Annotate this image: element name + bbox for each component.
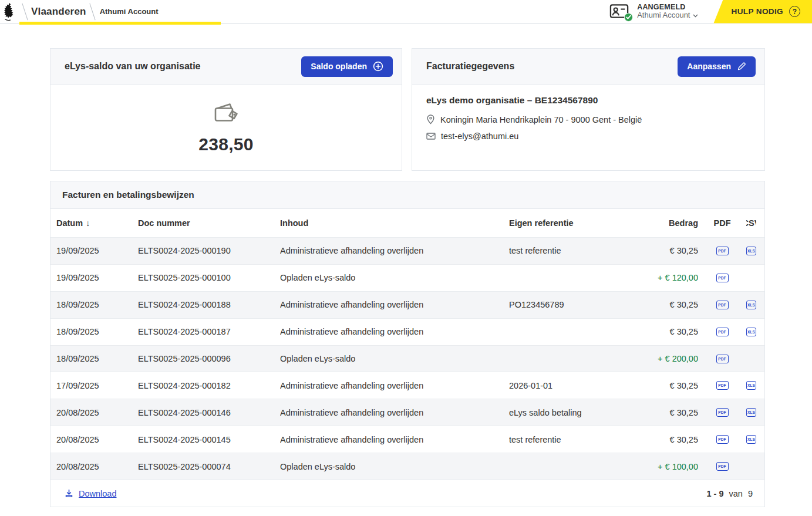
- header-right: AANGEMELD Athumi Account HULP NODIG ?: [609, 0, 812, 23]
- pagination-range: 1 - 9: [707, 489, 724, 498]
- cell-doc-number: ELTS0024-2025-000188: [138, 300, 280, 309]
- cell-description: Administratieve afhandeling overlijden: [280, 327, 509, 336]
- cell-doc-number: ELTS0024-2025-000182: [138, 381, 280, 390]
- sort-descending-icon: ↓: [86, 218, 90, 228]
- account-name: Athumi Account: [637, 11, 690, 20]
- table-row: 20/08/2025 ELTS0024-2025-000146 Administ…: [50, 399, 764, 426]
- column-header-eigen-referentie: Eigen referentie: [509, 218, 626, 228]
- table-row: 19/09/2025 ELTS0024-2025-000190 Administ…: [50, 237, 764, 264]
- brand-group: Vlaanderen Athumi Account: [2, 0, 159, 23]
- xls-download-icon[interactable]: XLS: [746, 247, 756, 255]
- organisation-address: Koningin Maria Hendrikaplein 70 - 9000 G…: [440, 115, 642, 124]
- download-link[interactable]: Download: [65, 489, 117, 498]
- column-header-doc-nummer: Doc nummer: [138, 218, 280, 228]
- flemish-lion-logo-icon[interactable]: [2, 2, 19, 23]
- table-row: 17/09/2025 ELTS0024-2025-000182 Administ…: [50, 372, 764, 399]
- main-content: eLys-saldo van uw organisatie Saldo opla…: [50, 48, 765, 507]
- cell-description: Opladen eLys-saldo: [280, 273, 509, 282]
- cell-date: 18/09/2025: [56, 300, 138, 309]
- cell-doc-number: ELTS0024-2025-000145: [138, 435, 280, 444]
- pdf-download-icon[interactable]: PDF: [716, 247, 729, 255]
- cell-date: 19/09/2025: [56, 246, 138, 255]
- cell-description: Administratieve afhandeling overlijden: [280, 408, 509, 417]
- pdf-download-icon[interactable]: PDF: [716, 328, 729, 336]
- pdf-download-icon[interactable]: PDF: [716, 355, 729, 363]
- table-row: 18/09/2025 ELTS0025-2025-000096 Opladen …: [50, 345, 764, 372]
- help-button-label: HULP NODIG: [731, 7, 783, 16]
- cell-date: 18/09/2025: [56, 327, 138, 336]
- pdf-download-icon[interactable]: PDF: [716, 381, 729, 390]
- balance-card-title: eLys-saldo van uw organisatie: [65, 61, 200, 72]
- edit-billing-button[interactable]: Aanpassen: [678, 56, 756, 77]
- cell-doc-number: ELTS0025-2025-000074: [138, 462, 280, 471]
- cell-date: 20/08/2025: [56, 462, 138, 471]
- cell-doc-number: ELTS0024-2025-000190: [138, 246, 280, 255]
- pagination-of-label: van: [729, 489, 743, 498]
- cell-amount: € 30,25: [626, 327, 698, 336]
- column-header-csv: CSV: [746, 218, 756, 228]
- cell-doc-number: ELTS0024-2025-000187: [138, 327, 280, 336]
- cell-doc-number: ELTS0025-2025-000096: [138, 354, 280, 363]
- column-header-pdf: PDF: [698, 218, 746, 228]
- cell-description: Opladen eLys-saldo: [280, 462, 509, 471]
- cell-description: Administratieve afhandeling overlijden: [280, 300, 509, 309]
- question-circle-icon: ?: [789, 6, 800, 17]
- cell-description: Administratieve afhandeling overlijden: [280, 246, 509, 255]
- cell-reference: 2026-01-01: [509, 381, 626, 390]
- cell-reference: eLys saldo betaling: [509, 408, 626, 417]
- table-row: 20/08/2025 ELTS0024-2025-000145 Administ…: [50, 426, 764, 453]
- table-row: 20/08/2025 ELTS0025-2025-000074 Opladen …: [50, 453, 764, 480]
- column-header-datum[interactable]: Datum↓: [56, 218, 138, 228]
- wallet-icon: [213, 101, 240, 127]
- cell-doc-number: ELTS0024-2025-000146: [138, 408, 280, 417]
- pdf-download-icon[interactable]: PDF: [716, 435, 729, 444]
- billing-card-title: Facturatiegegevens: [426, 61, 514, 72]
- column-header-inhoud: Inhoud: [280, 218, 509, 228]
- cell-amount: + € 100,00: [626, 462, 698, 471]
- pagination-total: 9: [748, 489, 753, 498]
- brand-link[interactable]: Vlaanderen: [31, 6, 86, 18]
- cell-doc-number: ELTS0025-2025-000100: [138, 273, 280, 282]
- xls-download-icon[interactable]: XLS: [746, 435, 756, 444]
- account-menu[interactable]: AANGEMELD Athumi Account: [609, 3, 698, 21]
- pencil-icon: [737, 62, 746, 71]
- organisation-name: eLys demo organisatie – BE1234567890: [426, 95, 750, 106]
- cell-amount: € 30,25: [626, 300, 698, 309]
- cell-amount: + € 200,00: [626, 354, 698, 363]
- pdf-download-icon[interactable]: PDF: [716, 301, 729, 309]
- cell-reference: test referentie: [509, 435, 626, 444]
- xls-download-icon[interactable]: XLS: [746, 381, 756, 390]
- edit-button-label: Aanpassen: [687, 62, 731, 71]
- download-label: Download: [79, 489, 117, 498]
- pdf-download-icon[interactable]: PDF: [716, 408, 729, 417]
- xls-download-icon[interactable]: XLS: [746, 301, 756, 309]
- cell-amount: € 30,25: [626, 246, 698, 255]
- signed-in-label: AANGEMELD: [637, 3, 698, 11]
- cell-date: 17/09/2025: [56, 381, 138, 390]
- brand-accent-bar: [19, 22, 221, 25]
- pagination: 1 - 9 van 9: [707, 489, 753, 498]
- envelope-icon: [426, 133, 436, 140]
- pdf-download-icon[interactable]: PDF: [716, 462, 729, 471]
- cell-description: Administratieve afhandeling overlijden: [280, 435, 509, 444]
- pdf-download-icon[interactable]: PDF: [716, 274, 729, 282]
- cell-amount: € 30,25: [626, 408, 698, 417]
- cell-description: Opladen eLys-saldo: [280, 354, 509, 363]
- table-row: 18/09/2025 ELTS0024-2025-000187 Administ…: [50, 318, 764, 345]
- site-header: Vlaanderen Athumi Account AANGEMELD A: [0, 0, 812, 23]
- cell-reference: test referentie: [509, 246, 626, 255]
- download-icon: [65, 489, 73, 498]
- header-divider: [89, 3, 95, 20]
- xls-download-icon[interactable]: XLS: [746, 408, 756, 417]
- invoices-table-card: Facturen en betalingsbewijzen Datum↓ Doc…: [50, 181, 765, 507]
- cell-amount: € 30,25: [626, 435, 698, 444]
- topup-button-label: Saldo opladen: [311, 62, 367, 71]
- help-button[interactable]: HULP NODIG ?: [713, 0, 812, 23]
- cell-date: 20/08/2025: [56, 408, 138, 417]
- organisation-email: test-elys@athumi.eu: [441, 131, 518, 141]
- topup-balance-button[interactable]: Saldo opladen: [301, 56, 393, 77]
- xls-download-icon[interactable]: XLS: [746, 328, 756, 336]
- invoices-table-title: Facturen en betalingsbewijzen: [62, 190, 194, 200]
- app-name-link[interactable]: Athumi Account: [100, 7, 159, 16]
- cell-date: 19/09/2025: [56, 273, 138, 282]
